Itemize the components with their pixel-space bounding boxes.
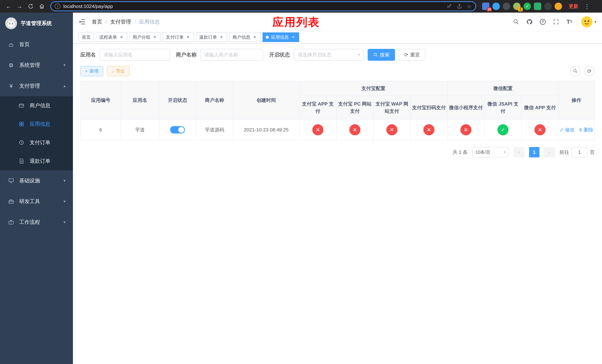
toggle-search-button[interactable] <box>570 66 580 76</box>
close-icon[interactable]: × <box>219 35 224 40</box>
tab-label: 流程表单 <box>99 34 117 40</box>
merchant-name-input[interactable] <box>204 52 259 58</box>
browser-update-button[interactable]: 更新 <box>566 2 581 11</box>
fullscreen-icon[interactable] <box>552 18 560 26</box>
delete-link[interactable]: 删除 <box>578 127 593 133</box>
sidebar-item-refund-orders[interactable]: 退款订单 <box>0 152 73 170</box>
logo-image <box>5 17 17 29</box>
tab-app-info[interactable]: 应用信息 × <box>262 32 299 42</box>
tab-refund-orders[interactable]: 退款订单 × <box>196 32 227 42</box>
sidebar-item-workflow[interactable]: 工作流程 ▾ <box>0 212 73 233</box>
extension-icon-7[interactable] <box>544 3 552 10</box>
monitor-icon <box>7 178 15 184</box>
sidebar-logo[interactable]: 芋道管理系统 <box>0 13 73 34</box>
page-number-1[interactable]: 1 <box>529 147 539 157</box>
app-name-input[interactable] <box>104 52 166 58</box>
sidebar-item-label: 首页 <box>19 41 30 48</box>
extension-icon-3[interactable] <box>503 3 510 10</box>
reset-button[interactable]: ⟳ 重置 <box>399 49 425 61</box>
col-header-alipay-scan: 支付宝扫码支付 <box>410 96 447 119</box>
close-icon[interactable]: × <box>252 35 257 40</box>
extension-icon-1[interactable]: 10 <box>482 3 489 10</box>
browser-back-button[interactable]: ← <box>4 1 13 11</box>
bookmark-star-icon[interactable]: ☆ <box>467 3 472 10</box>
status-select-placeholder: 请选择开启状态 <box>298 52 331 58</box>
sidebar-toggle-icon[interactable] <box>78 18 87 26</box>
sidebar-item-merchant-info[interactable]: 商户信息 <box>0 96 73 115</box>
gear-icon: ⚙ <box>7 62 15 68</box>
tab-process-form[interactable]: 流程表单 × <box>96 32 127 42</box>
site-info-icon[interactable]: i <box>55 3 60 9</box>
close-icon[interactable]: × <box>119 35 124 40</box>
sidebar-item-label: 退款订单 <box>30 158 50 165</box>
col-header-status: 开启状态 <box>159 81 196 119</box>
tab-pay-orders[interactable]: 支付订单 × <box>162 32 194 42</box>
status-select[interactable]: 请选择开启状态 ▾ <box>294 49 364 61</box>
password-key-icon[interactable] <box>447 3 452 9</box>
col-header-alipay-app: 支付宝 APP 支付 <box>299 96 336 119</box>
chevron-down-icon: ▾ <box>504 150 506 155</box>
export-button[interactable]: ↓ 导出 <box>107 66 129 76</box>
breadcrumb-home[interactable]: 首页 <box>92 18 102 25</box>
cell-app-name: 芋道 <box>121 119 159 140</box>
url-text[interactable]: localhost:1024/pay/app <box>63 3 444 9</box>
tab-label: 退款订单 <box>199 34 217 40</box>
search-icon[interactable] <box>512 18 520 26</box>
cell-alipay-pc: ✕ <box>336 119 373 140</box>
home-icon <box>39 3 45 9</box>
browser-forward-button[interactable]: → <box>15 1 24 11</box>
credit-card-icon <box>18 103 25 108</box>
edit-link[interactable]: 修改 <box>559 127 575 133</box>
extension-icon-4[interactable]: 1 <box>513 3 521 10</box>
status-toggle[interactable] <box>170 126 185 133</box>
close-icon[interactable]: × <box>291 35 296 40</box>
close-icon[interactable]: × <box>152 35 157 40</box>
download-icon: ↓ <box>112 68 114 74</box>
browser-reload-button[interactable] <box>26 1 35 11</box>
cell-wechat-app: ✕ <box>521 119 559 140</box>
sidebar-item-pay-orders[interactable]: 支付订单 <box>0 133 73 152</box>
extension-badge-red: 10 <box>487 7 492 11</box>
search-button-label: 搜索 <box>380 52 389 58</box>
app-table: 应用编号 应用名 开启状态 商户名称 创建时间 支付宝配置 微信配置 操作 支付… <box>80 81 595 140</box>
close-icon[interactable]: × <box>185 35 191 40</box>
sidebar-item-system[interactable]: ⚙ 系统管理 ▾ <box>0 55 73 75</box>
next-page-button[interactable]: › <box>544 147 555 157</box>
add-button[interactable]: + 新增 <box>80 66 103 76</box>
document-icon <box>18 158 25 164</box>
extension-icon-6[interactable] <box>534 3 541 10</box>
address-bar[interactable]: i localhost:1024/pay/app ☆ <box>50 1 476 11</box>
browser-home-button[interactable] <box>37 1 47 11</box>
sidebar-item-app-info[interactable]: 应用信息 <box>0 115 73 133</box>
sidebar-item-infrastructure[interactable]: 基础设施 ▾ <box>0 170 73 191</box>
status-cross-icon: ✕ <box>312 124 323 135</box>
tags-view: 首页 流程表单 × 用户分组 × 支付订单 × 退款订单 × <box>73 31 602 44</box>
tab-merchant-info[interactable]: 商户信息 × <box>229 32 261 42</box>
search-icon <box>573 69 578 74</box>
col-header-alipay-pc: 支付宝 PC 网站支付 <box>336 96 373 119</box>
help-icon[interactable]: ? <box>539 18 547 26</box>
sidebar-item-dev-tools[interactable]: 研发工具 ▾ <box>0 191 73 212</box>
share-icon[interactable] <box>457 3 462 9</box>
sidebar-item-home[interactable]: 首页 <box>0 34 73 55</box>
screen: ← → i localhost:1024/pay/app ☆ 10 1 <box>0 0 602 364</box>
font-size-icon[interactable]: TT <box>566 18 573 26</box>
github-icon[interactable] <box>526 18 533 26</box>
tab-user-group[interactable]: 用户分组 × <box>129 32 161 42</box>
extension-icon-8[interactable] <box>555 3 562 10</box>
status-cross-icon: ✕ <box>349 124 360 135</box>
sidebar-item-payment[interactable]: ¥ 支付管理 ▴ <box>0 75 73 96</box>
goto-page-input[interactable] <box>571 147 588 157</box>
page-size-select[interactable]: 10条/页 ▾ <box>472 147 509 157</box>
browser-menu-icon[interactable]: ⋮ <box>583 3 591 10</box>
extension-icon-2[interactable] <box>492 3 500 10</box>
tab-home[interactable]: 首页 <box>78 32 94 42</box>
user-menu[interactable]: ▾ <box>581 16 596 27</box>
cell-alipay-scan: ✕ <box>410 119 447 140</box>
prev-page-button[interactable]: ‹ <box>514 147 525 157</box>
breadcrumb-payment[interactable]: 支付管理 <box>110 18 131 25</box>
refresh-table-button[interactable]: ⟳ <box>584 66 595 76</box>
reload-icon <box>28 3 34 9</box>
extension-icon-5[interactable]: ✓ <box>524 3 531 10</box>
search-button[interactable]: 搜索 <box>368 49 395 61</box>
